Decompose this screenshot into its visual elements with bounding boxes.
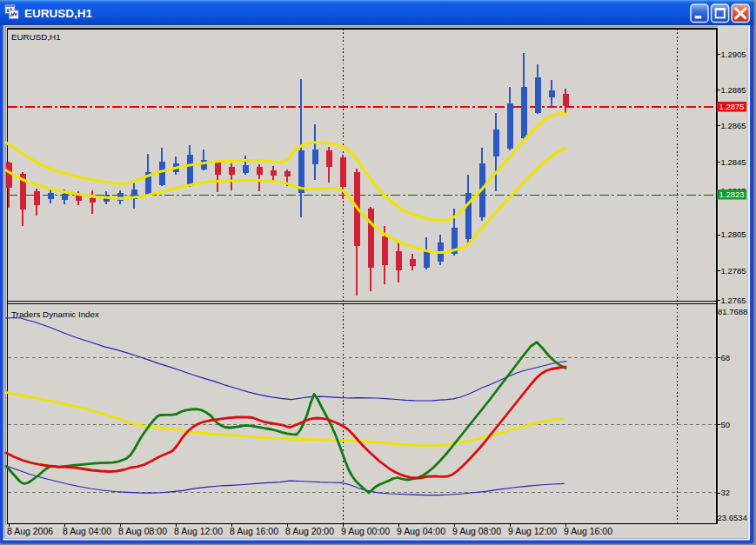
- svg-text:8 Aug 2006: 8 Aug 2006: [7, 526, 53, 536]
- svg-text:9 Aug 08:00: 9 Aug 08:00: [452, 526, 501, 536]
- svg-text:1.2785: 1.2785: [721, 266, 746, 276]
- svg-text:1.2765: 1.2765: [721, 296, 746, 305]
- svg-text:1.2875: 1.2875: [719, 102, 744, 111]
- svg-text:1.2823: 1.2823: [719, 189, 744, 199]
- svg-text:50: 50: [721, 420, 731, 429]
- svg-text:81.7688: 81.7688: [718, 307, 747, 316]
- svg-text:EURUSD,H1: EURUSD,H1: [24, 7, 93, 20]
- svg-text:68: 68: [721, 353, 731, 362]
- svg-text:9 Aug 16:00: 9 Aug 16:00: [564, 526, 612, 536]
- svg-text:9 Aug 00:00: 9 Aug 00:00: [341, 526, 390, 536]
- svg-text:1.2905: 1.2905: [721, 50, 746, 59]
- svg-text:8 Aug 04:00: 8 Aug 04:00: [63, 526, 111, 536]
- svg-text:8 Aug 16:00: 8 Aug 16:00: [230, 526, 278, 536]
- svg-text:1.2885: 1.2885: [721, 85, 746, 95]
- svg-text:23.6534: 23.6534: [718, 513, 747, 522]
- svg-text:1.2805: 1.2805: [721, 229, 746, 239]
- svg-text:1.2865: 1.2865: [721, 121, 746, 130]
- svg-text:EURUSD,H1: EURUSD,H1: [11, 32, 61, 42]
- svg-text:1.2845: 1.2845: [721, 157, 746, 167]
- svg-text:8 Aug 20:00: 8 Aug 20:00: [285, 526, 334, 536]
- svg-text:Traders Dynamic Index: Traders Dynamic Index: [11, 309, 99, 319]
- svg-text:9 Aug 12:00: 9 Aug 12:00: [508, 526, 557, 536]
- svg-text:8 Aug 12:00: 8 Aug 12:00: [174, 526, 223, 536]
- svg-text:9 Aug 04:00: 9 Aug 04:00: [397, 526, 445, 536]
- svg-text:32: 32: [721, 488, 731, 497]
- svg-text:8 Aug 08:00: 8 Aug 08:00: [118, 526, 167, 536]
